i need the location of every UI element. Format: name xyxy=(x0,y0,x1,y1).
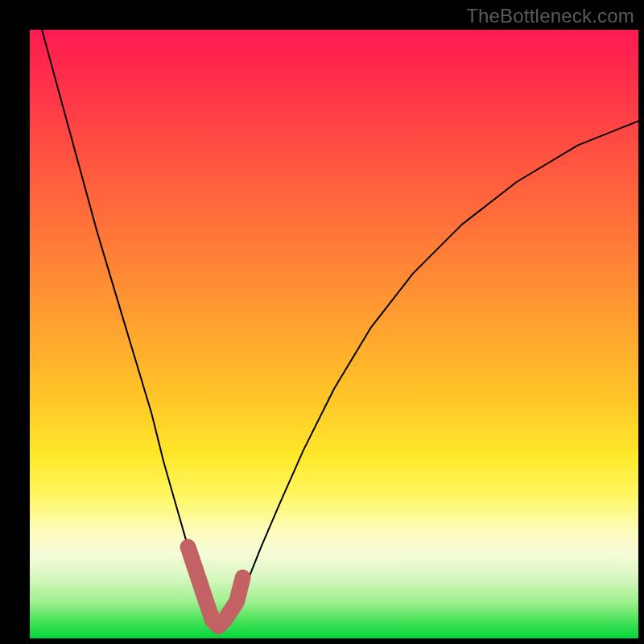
bottleneck-curve xyxy=(42,30,638,626)
plot-svg xyxy=(30,30,638,638)
chart-frame: TheBottleneck.com xyxy=(0,0,644,644)
valley-highlight xyxy=(188,547,243,626)
watermark-text: TheBottleneck.com xyxy=(466,5,634,27)
plot-area xyxy=(30,30,638,638)
